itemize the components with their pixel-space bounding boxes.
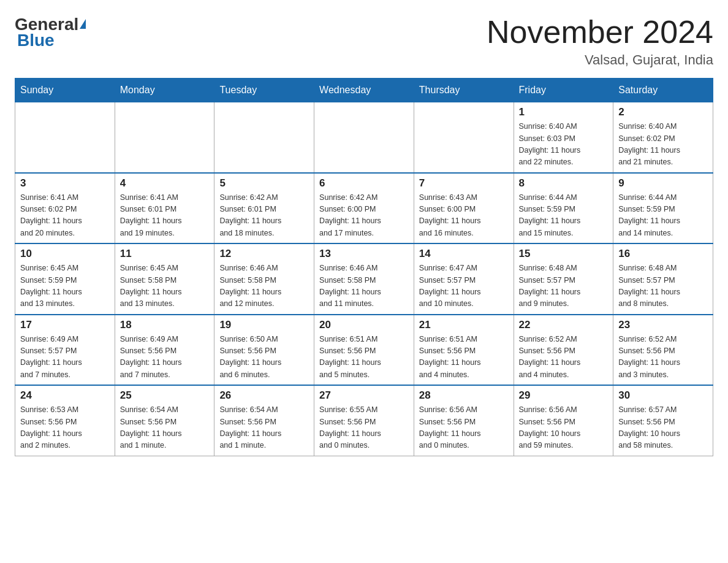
weekday-header-thursday: Thursday (414, 79, 514, 102)
calendar-cell (414, 102, 514, 173)
day-info: Sunrise: 6:50 AM Sunset: 5:56 PM Dayligh… (219, 334, 309, 381)
day-info: Sunrise: 6:40 AM Sunset: 6:02 PM Dayligh… (618, 121, 708, 169)
calendar-table: SundayMondayTuesdayWednesdayThursdayFrid… (15, 78, 713, 456)
calendar-cell: 6Sunrise: 6:42 AM Sunset: 6:00 PM Daylig… (314, 173, 414, 244)
calendar-cell: 1Sunrise: 6:40 AM Sunset: 6:03 PM Daylig… (514, 102, 613, 173)
day-number: 25 (120, 389, 210, 402)
calendar-cell: 5Sunrise: 6:42 AM Sunset: 6:01 PM Daylig… (214, 173, 314, 244)
day-info: Sunrise: 6:45 AM Sunset: 5:58 PM Dayligh… (120, 262, 210, 310)
location-subtitle: Valsad, Gujarat, India (487, 52, 713, 68)
day-number: 10 (20, 248, 110, 260)
day-number: 1 (519, 106, 609, 118)
day-number: 7 (419, 177, 509, 190)
title-section: November 2024 Valsad, Gujarat, India (487, 15, 713, 68)
day-info: Sunrise: 6:51 AM Sunset: 5:56 PM Dayligh… (419, 334, 509, 381)
day-info: Sunrise: 6:45 AM Sunset: 5:59 PM Dayligh… (20, 262, 110, 310)
calendar-week-row: 24Sunrise: 6:53 AM Sunset: 5:56 PM Dayli… (15, 385, 713, 456)
day-info: Sunrise: 6:41 AM Sunset: 6:02 PM Dayligh… (20, 192, 110, 240)
calendar-cell: 23Sunrise: 6:52 AM Sunset: 5:56 PM Dayli… (613, 315, 713, 386)
logo-blue-text: Blue (15, 31, 55, 50)
day-number: 6 (319, 177, 409, 190)
day-number: 18 (120, 319, 210, 331)
day-info: Sunrise: 6:42 AM Sunset: 6:01 PM Dayligh… (219, 192, 309, 240)
day-info: Sunrise: 6:48 AM Sunset: 5:57 PM Dayligh… (618, 262, 708, 310)
day-number: 15 (519, 248, 609, 260)
day-info: Sunrise: 6:56 AM Sunset: 5:56 PM Dayligh… (519, 404, 609, 452)
day-info: Sunrise: 6:49 AM Sunset: 5:56 PM Dayligh… (120, 334, 210, 381)
calendar-week-row: 17Sunrise: 6:49 AM Sunset: 5:57 PM Dayli… (15, 315, 713, 386)
day-number: 14 (419, 248, 509, 260)
calendar-cell (214, 102, 314, 173)
calendar-week-row: 10Sunrise: 6:45 AM Sunset: 5:59 PM Dayli… (15, 243, 713, 315)
day-info: Sunrise: 6:47 AM Sunset: 5:57 PM Dayligh… (419, 262, 509, 310)
weekday-header-row: SundayMondayTuesdayWednesdayThursdayFrid… (15, 79, 713, 102)
weekday-header-friday: Friday (514, 79, 613, 102)
day-number: 21 (419, 319, 509, 331)
calendar-cell: 2Sunrise: 6:40 AM Sunset: 6:02 PM Daylig… (613, 102, 713, 173)
calendar-cell: 9Sunrise: 6:44 AM Sunset: 5:59 PM Daylig… (613, 173, 713, 244)
day-number: 24 (20, 389, 110, 402)
weekday-header-saturday: Saturday (613, 79, 713, 102)
day-number: 27 (319, 389, 409, 402)
calendar-cell: 4Sunrise: 6:41 AM Sunset: 6:01 PM Daylig… (115, 173, 214, 244)
day-info: Sunrise: 6:40 AM Sunset: 6:03 PM Dayligh… (519, 121, 609, 169)
day-info: Sunrise: 6:48 AM Sunset: 5:57 PM Dayligh… (519, 262, 609, 310)
day-info: Sunrise: 6:43 AM Sunset: 6:00 PM Dayligh… (419, 192, 509, 240)
day-number: 23 (618, 319, 708, 331)
day-number: 16 (618, 248, 708, 260)
calendar-cell: 19Sunrise: 6:50 AM Sunset: 5:56 PM Dayli… (214, 315, 314, 386)
day-info: Sunrise: 6:56 AM Sunset: 5:56 PM Dayligh… (419, 404, 509, 452)
calendar-cell: 30Sunrise: 6:57 AM Sunset: 5:56 PM Dayli… (613, 385, 713, 456)
calendar-cell: 16Sunrise: 6:48 AM Sunset: 5:57 PM Dayli… (613, 243, 713, 315)
day-number: 12 (219, 248, 309, 260)
calendar-cell: 22Sunrise: 6:52 AM Sunset: 5:56 PM Dayli… (514, 315, 613, 386)
day-number: 4 (120, 177, 210, 190)
day-number: 29 (519, 389, 609, 402)
day-info: Sunrise: 6:49 AM Sunset: 5:57 PM Dayligh… (20, 334, 110, 381)
calendar-cell: 24Sunrise: 6:53 AM Sunset: 5:56 PM Dayli… (15, 385, 115, 456)
day-info: Sunrise: 6:57 AM Sunset: 5:56 PM Dayligh… (618, 404, 708, 452)
calendar-cell: 15Sunrise: 6:48 AM Sunset: 5:57 PM Dayli… (514, 243, 613, 315)
day-info: Sunrise: 6:46 AM Sunset: 5:58 PM Dayligh… (219, 262, 309, 310)
day-info: Sunrise: 6:54 AM Sunset: 5:56 PM Dayligh… (120, 404, 210, 452)
calendar-week-row: 1Sunrise: 6:40 AM Sunset: 6:03 PM Daylig… (15, 102, 713, 173)
day-info: Sunrise: 6:52 AM Sunset: 5:56 PM Dayligh… (618, 334, 708, 381)
day-info: Sunrise: 6:53 AM Sunset: 5:56 PM Dayligh… (20, 404, 110, 452)
weekday-header-monday: Monday (115, 79, 214, 102)
day-number: 9 (618, 177, 708, 190)
day-info: Sunrise: 6:55 AM Sunset: 5:56 PM Dayligh… (319, 404, 409, 452)
calendar-cell: 7Sunrise: 6:43 AM Sunset: 6:00 PM Daylig… (414, 173, 514, 244)
calendar-cell: 20Sunrise: 6:51 AM Sunset: 5:56 PM Dayli… (314, 315, 414, 386)
day-number: 28 (419, 389, 509, 402)
day-number: 5 (219, 177, 309, 190)
calendar-cell (115, 102, 214, 173)
calendar-cell (15, 102, 115, 173)
calendar-cell: 27Sunrise: 6:55 AM Sunset: 5:56 PM Dayli… (314, 385, 414, 456)
calendar-cell (314, 102, 414, 173)
calendar-cell: 13Sunrise: 6:46 AM Sunset: 5:58 PM Dayli… (314, 243, 414, 315)
day-info: Sunrise: 6:44 AM Sunset: 5:59 PM Dayligh… (618, 192, 708, 240)
day-number: 8 (519, 177, 609, 190)
day-info: Sunrise: 6:46 AM Sunset: 5:58 PM Dayligh… (319, 262, 409, 310)
day-info: Sunrise: 6:42 AM Sunset: 6:00 PM Dayligh… (319, 192, 409, 240)
day-info: Sunrise: 6:41 AM Sunset: 6:01 PM Dayligh… (120, 192, 210, 240)
month-year-title: November 2024 (487, 15, 713, 50)
calendar-cell: 26Sunrise: 6:54 AM Sunset: 5:56 PM Dayli… (214, 385, 314, 456)
day-number: 17 (20, 319, 110, 331)
day-number: 22 (519, 319, 609, 331)
calendar-cell: 14Sunrise: 6:47 AM Sunset: 5:57 PM Dayli… (414, 243, 514, 315)
day-info: Sunrise: 6:51 AM Sunset: 5:56 PM Dayligh… (319, 334, 409, 381)
weekday-header-tuesday: Tuesday (214, 79, 314, 102)
day-number: 3 (20, 177, 110, 190)
calendar-cell: 29Sunrise: 6:56 AM Sunset: 5:56 PM Dayli… (514, 385, 613, 456)
day-number: 20 (319, 319, 409, 331)
calendar-cell: 10Sunrise: 6:45 AM Sunset: 5:59 PM Dayli… (15, 243, 115, 315)
day-info: Sunrise: 6:44 AM Sunset: 5:59 PM Dayligh… (519, 192, 609, 240)
logo: General Blue (15, 15, 86, 50)
calendar-cell: 12Sunrise: 6:46 AM Sunset: 5:58 PM Dayli… (214, 243, 314, 315)
logo-triangle-icon (80, 19, 86, 29)
calendar-cell: 25Sunrise: 6:54 AM Sunset: 5:56 PM Dayli… (115, 385, 214, 456)
header: General Blue November 2024 Valsad, Gujar… (15, 15, 713, 68)
day-number: 26 (219, 389, 309, 402)
day-number: 30 (618, 389, 708, 402)
